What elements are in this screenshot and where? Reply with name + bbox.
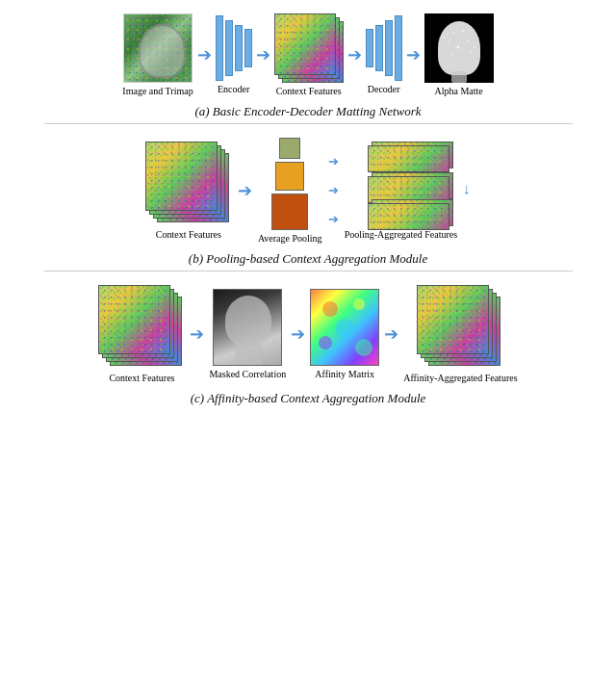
encoder	[216, 15, 252, 81]
alpha-matte	[424, 13, 494, 83]
dec-bar-2	[375, 25, 383, 71]
affinity-matrix-label: Affinity Matrix	[315, 369, 374, 379]
affinity-aggregated-label: Affinity-Aggregated Features	[403, 373, 517, 383]
b-arrow-3: ➔	[328, 183, 339, 198]
section-b-diagram: Context Features ➔ Average Pooling ➔ ➔ ➔	[14, 134, 602, 247]
svg-point-0	[452, 32, 454, 34]
dec-bar-3	[385, 20, 393, 76]
enc-bar-3	[235, 25, 243, 71]
dec-bar-1	[366, 29, 373, 67]
divider-b	[44, 271, 573, 271]
b-arrow-2: ➔	[328, 154, 339, 169]
masked-head	[225, 296, 271, 346]
affinity-noise	[311, 290, 378, 365]
svg-point-8	[474, 46, 475, 48]
section-c: Context Features ➔ Masked Correlation ➔	[14, 281, 602, 410]
pooling-label: Average Pooling	[258, 233, 322, 244]
image-label: Image and Trimap	[122, 86, 192, 96]
caption-a: (a) Basic Encoder-Decoder Matting Networ…	[14, 104, 602, 119]
agg-bot-1	[368, 203, 449, 230]
svg-point-7	[443, 37, 445, 39]
page-container: Image and Trimap ➔ Encoder ➔	[0, 0, 616, 698]
alpha-matte-label: Alpha Matte	[435, 86, 483, 96]
svg-point-14	[355, 339, 372, 356]
caption-c: (c) Affinity-based Context Aggregation M…	[14, 391, 602, 406]
section-a: Image and Trimap ➔ Encoder ➔	[14, 10, 602, 128]
input-image	[123, 13, 192, 83]
enc-bar-1	[216, 15, 223, 81]
arrow-2: ➔	[256, 44, 270, 65]
pool-box-3	[271, 194, 308, 230]
image-noise	[124, 14, 192, 82]
aff-agg-1	[417, 285, 489, 354]
context-features-b-label: Context Features	[156, 229, 221, 240]
pool-arrows: ➔ ➔ ➔	[328, 154, 339, 227]
section-b: Context Features ➔ Average Pooling ➔ ➔ ➔	[14, 134, 602, 275]
enc-bar-2	[225, 20, 233, 76]
decoder-label: Decoder	[368, 84, 400, 94]
svg-point-10	[322, 301, 338, 317]
masked-correlation	[213, 289, 282, 366]
context-features-a-label: Context Features	[276, 86, 342, 96]
pool-box-1	[279, 138, 300, 159]
aggregated-b	[347, 142, 453, 226]
image-content	[124, 14, 192, 82]
svg-point-4	[456, 46, 459, 49]
arrow-1: ➔	[197, 44, 212, 65]
c-arrow-1: ➔	[190, 323, 204, 345]
c-arrow-2: ➔	[291, 323, 305, 345]
masked-correlation-label: Masked Correlation	[209, 369, 286, 379]
affinity-svg	[311, 290, 379, 366]
aggregated-b-label: Pooling-Aggregated Features	[345, 229, 457, 240]
feat-noise-1	[275, 14, 335, 74]
c-arrow-3: ➔	[384, 323, 398, 345]
svg-point-1	[462, 30, 464, 32]
encoder-label: Encoder	[218, 84, 249, 94]
b-arrow-4: ➔	[328, 212, 339, 227]
svg-point-5	[450, 53, 452, 55]
svg-point-11	[353, 298, 365, 310]
context-features-a	[274, 13, 344, 83]
b-down-arrow: ↑	[463, 182, 471, 199]
svg-point-3	[467, 39, 469, 41]
pooling-boxes	[271, 138, 308, 230]
enc-bar-4	[244, 29, 252, 67]
section-c-diagram: Context Features ➔ Masked Correlation ➔	[14, 281, 602, 387]
svg-point-2	[448, 41, 449, 43]
svg-point-6	[470, 51, 472, 53]
divider-a	[44, 123, 573, 124]
arrow-4: ➔	[406, 44, 421, 65]
context-features-b	[145, 142, 232, 226]
masked-neck	[235, 343, 262, 366]
b-feat-1	[145, 142, 218, 211]
b-arrow-1: ➔	[238, 180, 252, 201]
context-features-c-label: Context Features	[109, 373, 174, 383]
affinity-matrix	[310, 289, 379, 366]
affinity-aggregated	[417, 285, 503, 370]
svg-point-12	[335, 319, 354, 338]
context-features-c	[98, 285, 185, 370]
svg-rect-9	[451, 71, 467, 83]
dec-bar-4	[395, 15, 402, 81]
decoder	[366, 15, 402, 81]
arrow-3: ➔	[347, 44, 362, 65]
agg-top-1	[368, 145, 449, 172]
alpha-dots-svg	[424, 13, 494, 83]
pool-box-2	[275, 162, 304, 191]
c-feat-1	[98, 285, 170, 354]
feat-layer-1	[274, 13, 336, 75]
svg-point-13	[319, 336, 332, 349]
caption-b: (b) Pooling-based Context Aggregation Mo…	[14, 251, 602, 267]
section-a-diagram: Image and Trimap ➔ Encoder ➔	[14, 10, 602, 100]
